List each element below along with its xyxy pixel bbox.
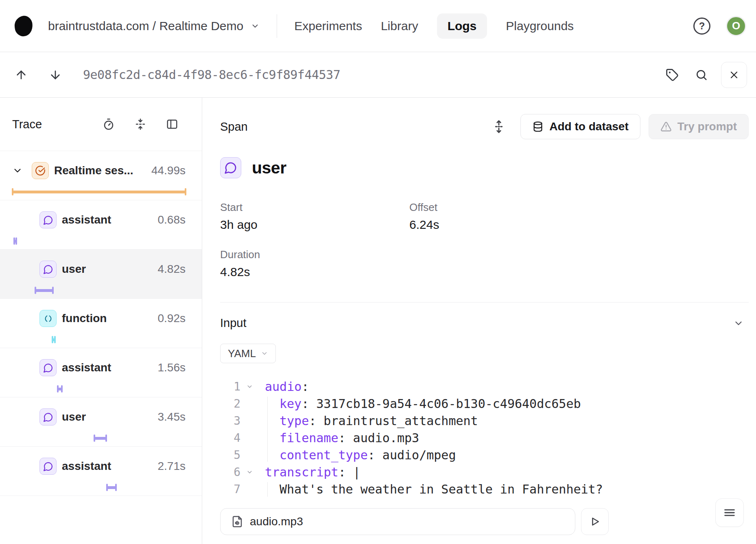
section-divider	[220, 302, 749, 303]
message-bubble-icon	[39, 261, 57, 278]
trace-span-row[interactable]: assistant 2.71s	[0, 447, 202, 496]
field-value: 3h ago	[220, 217, 409, 232]
yaml-value: : 3317cb18-9a54-4c06-b130-c49640dc65eb	[302, 397, 581, 411]
audio-attachment-chip[interactable]: audio.mp3	[220, 508, 575, 535]
nav-library[interactable]: Library	[381, 19, 418, 33]
span-duration-bar	[106, 484, 117, 491]
chevron-down-icon[interactable]	[240, 383, 258, 390]
breadcrumb[interactable]: braintrustdata.com / Realtime Demo	[48, 19, 260, 33]
audio-file-icon	[231, 515, 243, 528]
add-to-dataset-label: Add to dataset	[549, 120, 628, 133]
span-panel-header: Span Add to dataset Try prompt	[203, 98, 756, 139]
format-selector[interactable]: YAML	[220, 344, 276, 363]
span-name: user	[62, 263, 86, 276]
span-duration-bar	[94, 434, 107, 442]
hamburger-menu-icon	[723, 506, 736, 520]
try-prompt-button[interactable]: Try prompt	[649, 114, 749, 139]
span-name: assistant	[62, 213, 111, 226]
message-bubble-icon	[39, 458, 57, 475]
span-duration-bar	[57, 385, 63, 393]
breadcrumb-label: braintrustdata.com / Realtime Demo	[48, 19, 243, 33]
collapse-all-icon[interactable]	[134, 118, 146, 130]
code-line: 3 type: braintrust_attachment	[220, 412, 756, 429]
app-window: braintrustdata.com / Realtime Demo Exper…	[0, 0, 756, 544]
span-duration-bar	[52, 336, 56, 343]
field-start: Start 3h ago	[220, 201, 409, 232]
panel-title: Span	[220, 120, 248, 134]
main-nav: Experiments Library Logs Playgrounds	[294, 13, 574, 39]
chevron-down-icon[interactable]	[12, 165, 23, 176]
span-title: user	[220, 157, 756, 178]
search-icon[interactable]	[695, 68, 708, 81]
yaml-value: : audio/mpeg	[368, 448, 456, 462]
message-bubble-icon	[39, 359, 57, 376]
help-icon[interactable]: ?	[693, 18, 710, 35]
trace-header: Trace	[0, 98, 202, 151]
trace-sidebar: Trace Realtime ses... 44.99s	[0, 98, 202, 544]
code-line: 2 key: 3317cb18-9a54-4c06-b130-c49640dc6…	[220, 395, 756, 412]
span-duration: 44.99s	[151, 164, 186, 177]
trace-span-row-selected[interactable]: user 4.82s	[0, 250, 202, 299]
trace-toolbar: 9e08fc2d-c84d-4f98-8ec6-fc9f89f44537	[0, 52, 756, 98]
trace-title: Trace	[12, 118, 42, 131]
trace-span-row[interactable]: assistant 0.68s	[0, 200, 202, 250]
nav-logs[interactable]: Logs	[437, 13, 487, 39]
chevron-down-icon	[251, 22, 260, 31]
code-line: 1 audio:	[220, 378, 756, 395]
span-fields: Start 3h ago Offset 6.24s Duration 4.82s	[220, 201, 756, 279]
trace-span-row[interactable]: assistant 1.56s	[0, 348, 202, 397]
span-duration: 4.82s	[158, 263, 186, 276]
span-duration: 2.71s	[158, 460, 186, 473]
play-button[interactable]	[581, 508, 609, 535]
yaml-code-viewer: 1 audio: 2 key: 3317cb18-9a54-4c06-b130-…	[220, 378, 756, 498]
span-duration-bar	[13, 237, 17, 245]
chevron-down-icon[interactable]	[240, 469, 258, 476]
yaml-key: key	[280, 397, 302, 411]
attachment-row: audio.mp3	[220, 508, 756, 535]
yaml-key: filename	[280, 431, 339, 445]
trace-span-row[interactable]: function 0.92s	[0, 299, 202, 348]
message-bubble-icon	[39, 408, 57, 426]
span-duration-bar	[12, 188, 186, 195]
arrow-down-icon[interactable]	[49, 68, 62, 81]
trace-span-row[interactable]: Realtime ses... 44.99s	[0, 151, 202, 200]
yaml-key: audio	[265, 379, 302, 394]
chevron-down-icon	[261, 350, 268, 357]
code-line: 4 filename: audio.mp3	[220, 429, 756, 446]
yaml-key: type	[280, 414, 309, 428]
timer-icon[interactable]	[103, 118, 115, 130]
line-number: 4	[220, 431, 240, 445]
field-duration: Duration 4.82s	[220, 248, 409, 279]
span-duration: 0.92s	[158, 312, 186, 325]
function-parens-icon	[39, 310, 57, 327]
arrow-up-icon[interactable]	[15, 68, 28, 81]
line-number: 6	[220, 465, 240, 479]
field-offset: Offset 6.24s	[409, 201, 756, 232]
yaml-value: :	[302, 379, 309, 394]
nav-experiments[interactable]: Experiments	[294, 19, 362, 33]
expand-vertical-icon[interactable]	[492, 120, 506, 134]
trace-id: 9e08fc2d-c84d-4f98-8ec6-fc9f89f44537	[83, 68, 340, 82]
chevron-down-icon[interactable]	[733, 318, 744, 329]
line-number: 7	[220, 483, 240, 496]
field-label: Duration	[220, 248, 409, 261]
close-button[interactable]	[721, 62, 747, 88]
yaml-key: content_type	[280, 448, 368, 462]
yaml-value: : audio.mp3	[339, 431, 420, 445]
span-duration: 1.56s	[158, 361, 186, 374]
menu-button[interactable]	[715, 498, 744, 527]
database-icon	[532, 121, 544, 132]
line-number: 2	[220, 397, 240, 410]
top-navigation: braintrustdata.com / Realtime Demo Exper…	[0, 0, 756, 52]
avatar[interactable]: O	[726, 16, 746, 36]
span-name: assistant	[62, 460, 111, 473]
tag-icon[interactable]	[666, 68, 679, 81]
field-value: 4.82s	[220, 265, 409, 279]
panel-left-icon[interactable]	[166, 118, 178, 130]
nav-playgrounds[interactable]: Playgrounds	[506, 19, 574, 33]
trace-span-row[interactable]: user 3.45s	[0, 397, 202, 447]
add-to-dataset-button[interactable]: Add to dataset	[520, 114, 640, 139]
braintrust-logo-icon[interactable]	[14, 15, 34, 37]
line-number: 1	[220, 380, 240, 393]
span-panel: Span Add to dataset Try prompt user Star…	[203, 98, 756, 544]
